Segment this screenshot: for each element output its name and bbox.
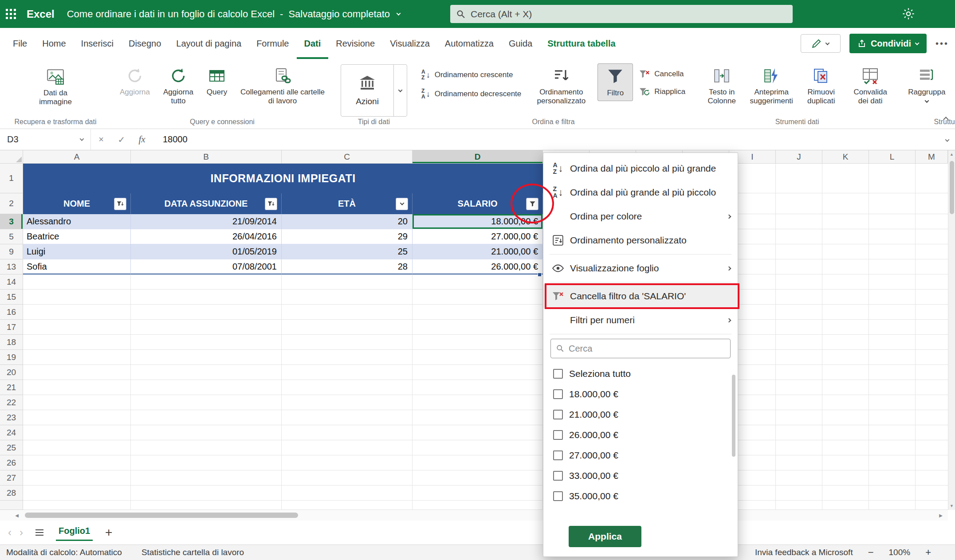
cell-a5-name[interactable]: Beatrice (23, 229, 131, 244)
row-header[interactable]: 27 (0, 470, 23, 486)
checkbox[interactable] (553, 410, 563, 419)
empty-cell[interactable] (131, 410, 282, 425)
empty-cell[interactable] (131, 274, 282, 290)
scroll-right-arrow[interactable]: ▶ (935, 510, 946, 521)
select-all-corner[interactable] (0, 150, 23, 164)
empty-cell[interactable] (131, 486, 282, 501)
empty-cell[interactable] (282, 425, 413, 440)
filter-search-box[interactable] (550, 339, 731, 358)
empty-cell[interactable] (282, 395, 413, 410)
empty-cell[interactable] (413, 274, 543, 290)
empty-cell[interactable] (23, 290, 131, 305)
row-header[interactable]: 20 (0, 365, 23, 380)
vertical-scroll-thumb[interactable] (950, 161, 954, 214)
column-header-l[interactable]: L (869, 150, 916, 164)
empty-cell[interactable] (131, 395, 282, 410)
empty-cell[interactable] (413, 320, 543, 335)
empty-cell[interactable] (23, 274, 131, 290)
row-header[interactable]: 19 (0, 350, 23, 365)
row-header[interactable]: 22 (0, 395, 23, 410)
row-header-13[interactable]: 13 (0, 259, 23, 274)
empty-cell[interactable] (23, 410, 131, 425)
row-header[interactable]: 14 (0, 274, 23, 290)
empty-cell[interactable] (413, 380, 543, 395)
ungroup-rows-button[interactable]: Separa (951, 63, 955, 100)
calc-mode-status[interactable]: Modalità di calcolo: Automatico (6, 548, 122, 557)
expand-formula-bar-button[interactable] (946, 136, 949, 144)
data-validation-button[interactable]: Convalida dei dati (846, 63, 895, 109)
custom-sort-button[interactable]: Ordinamento personalizzato (527, 63, 595, 109)
empty-cell[interactable] (282, 380, 413, 395)
empty-cell[interactable] (413, 440, 543, 455)
empty-cell[interactable] (23, 380, 131, 395)
row-header[interactable]: 26 (0, 455, 23, 470)
cell-b13-date[interactable]: 07/08/2001 (131, 259, 282, 274)
filter-button-nome[interactable] (114, 198, 126, 210)
cell-a3-name[interactable]: Alessandro (23, 214, 131, 229)
empty-cell[interactable] (23, 470, 131, 486)
empty-cell[interactable] (23, 395, 131, 410)
scroll-left-arrow[interactable]: ◀ (12, 510, 22, 521)
empty-cell[interactable] (131, 320, 282, 335)
empty-cell[interactable] (282, 365, 413, 380)
tab-struttura-tabella[interactable]: Struttura tabella (540, 28, 623, 59)
zoom-level[interactable]: 100% (889, 548, 911, 557)
empty-cell[interactable] (131, 335, 282, 350)
apply-filter-button[interactable]: Applica (569, 526, 641, 547)
empty-cell[interactable] (413, 425, 543, 440)
empty-cell[interactable] (413, 486, 543, 501)
filter-search-input[interactable] (569, 344, 725, 354)
empty-cell[interactable] (282, 320, 413, 335)
ribbon-more-button[interactable]: ••• (935, 39, 949, 49)
filter-option-26000[interactable]: 26.000,00 € (543, 425, 738, 445)
pen-mode-button[interactable] (801, 34, 841, 53)
empty-cell[interactable] (413, 395, 543, 410)
table-resize-handle[interactable] (538, 273, 542, 277)
empty-cell[interactable] (131, 425, 282, 440)
actions-main[interactable]: Azioni (341, 65, 393, 116)
table-header-nome[interactable]: NOME (23, 193, 131, 214)
column-header-k[interactable]: K (822, 150, 869, 164)
column-header-a[interactable]: A (23, 150, 131, 164)
checkbox[interactable] (553, 369, 563, 379)
actions-dropdown[interactable] (393, 65, 407, 116)
empty-cell[interactable] (413, 455, 543, 470)
empty-cell[interactable] (282, 455, 413, 470)
empty-cell[interactable] (23, 350, 131, 365)
cell-c5-age[interactable]: 29 (282, 229, 413, 244)
row-header-2[interactable]: 2 (0, 193, 23, 214)
filter-option-select-all[interactable]: Seleziona tutto (543, 364, 738, 384)
zoom-in-button[interactable]: + (925, 547, 931, 558)
tab-formule[interactable]: Formule (249, 28, 296, 59)
workbook-stats-status[interactable]: Statistiche cartella di lavoro (141, 548, 244, 557)
remove-duplicates-button[interactable]: Rimuovi duplicati (799, 63, 843, 109)
insert-function-button[interactable]: fx (132, 134, 152, 145)
cell-d13-salary[interactable]: 26.000,00 € (413, 259, 543, 274)
checkbox[interactable] (553, 491, 563, 501)
group-rows-button[interactable]: Raggruppa (905, 63, 948, 106)
empty-cell[interactable] (282, 440, 413, 455)
menu-item-sort-by-color[interactable]: Ordina per colore (543, 204, 738, 228)
empty-cell[interactable] (282, 305, 413, 320)
empty-cell[interactable] (131, 380, 282, 395)
cell-d9-salary[interactable]: 21.000,00 € (413, 244, 543, 259)
settings-gear-icon[interactable] (902, 7, 915, 20)
menu-item-clear-filter-salario[interactable]: Cancella filtro da 'SALARIO' (543, 284, 738, 308)
row-header[interactable]: 24 (0, 425, 23, 440)
horizontal-scrollbar[interactable]: ◀ ▶ (0, 510, 948, 521)
search-box[interactable] (450, 5, 793, 23)
image-data-button[interactable]: Dati da immagine (28, 63, 83, 110)
filter-option-33000[interactable]: 33.000,00 € (543, 466, 738, 486)
clear-filter-button[interactable]: Cancella (636, 67, 689, 81)
menu-item-sort-smallest[interactable]: AZ↓ Ordina dal più piccolo al più grande (543, 157, 738, 180)
row-header[interactable]: 15 (0, 290, 23, 305)
empty-cell[interactable] (23, 320, 131, 335)
empty-cell[interactable] (131, 455, 282, 470)
tab-inserisci[interactable]: Inserisci (74, 28, 121, 59)
row-header[interactable]: 17 (0, 320, 23, 335)
cell-a13-name[interactable]: Sofia (23, 259, 131, 274)
empty-cell[interactable] (282, 410, 413, 425)
cell-b5-date[interactable]: 26/04/2016 (131, 229, 282, 244)
zoom-out-button[interactable]: − (868, 547, 874, 558)
tab-file[interactable]: File (5, 28, 35, 59)
